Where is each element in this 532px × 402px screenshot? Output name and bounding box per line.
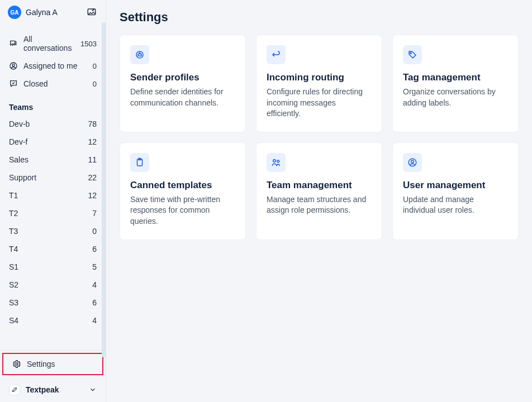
- nav-label: Assigned to me: [23, 61, 87, 70]
- team-item[interactable]: S44: [0, 312, 106, 329]
- user-icon: [403, 153, 422, 172]
- nav-count: 0: [93, 80, 97, 88]
- user-name: Galyna A: [26, 8, 81, 17]
- svg-point-11: [277, 160, 279, 162]
- team-item[interactable]: T30: [0, 222, 106, 240]
- card-title: Team management: [267, 180, 372, 191]
- chevron-down-icon: [89, 386, 97, 394]
- org-switcher[interactable]: Textpeak: [0, 377, 106, 402]
- nav-count: 0: [93, 62, 97, 70]
- svg-point-7: [410, 52, 411, 54]
- team-item[interactable]: T112: [0, 186, 106, 204]
- team-list: Dev-b78 Dev-f12 Sales11 Support22 T112 T…: [0, 115, 106, 329]
- chat-icon: [9, 39, 18, 48]
- card-canned-templates[interactable]: Canned templates Save time with pre-writ…: [120, 142, 246, 240]
- clipboard-icon: [130, 153, 149, 172]
- org-name: Textpeak: [26, 385, 59, 394]
- team-count: 22: [88, 173, 97, 182]
- leaf-icon: [9, 384, 20, 395]
- sidebar-header: GA Galyna A: [0, 0, 106, 25]
- team-name: Sales: [9, 155, 28, 164]
- gear-icon: [12, 360, 21, 368]
- id-badge-icon: [130, 45, 149, 64]
- team-item[interactable]: S15: [0, 258, 106, 276]
- nav-all-conversations[interactable]: All conversations 1503: [0, 30, 106, 57]
- team-name: T2: [9, 209, 18, 218]
- svg-point-2: [12, 64, 15, 66]
- sidebar-bottom: Settings Textpeak: [0, 350, 106, 402]
- page-title: Settings: [120, 10, 519, 25]
- card-user-management[interactable]: User management Update and manage indivi…: [392, 142, 519, 240]
- nav-section: All conversations 1503 Assigned to me 0 …: [0, 25, 106, 96]
- team-count: 6: [92, 298, 97, 307]
- card-title: Incoming routing: [267, 72, 372, 83]
- team-count: 4: [92, 316, 97, 325]
- team-item[interactable]: Support22: [0, 169, 106, 186]
- card-title: Sender profiles: [130, 72, 235, 83]
- team-item[interactable]: Dev-b78: [0, 115, 106, 133]
- team-count: 4: [92, 280, 97, 289]
- team-icon: [267, 153, 286, 172]
- team-name: T3: [9, 227, 18, 236]
- team-name: Support: [9, 173, 36, 182]
- card-desc: Organize conversations by adding labels.: [403, 87, 508, 108]
- card-desc: Configure rules for directing incoming m…: [267, 87, 372, 119]
- avatar[interactable]: GA: [8, 6, 21, 19]
- team-name: S2: [9, 280, 18, 289]
- card-incoming-routing[interactable]: Incoming routing Configure rules for dir…: [256, 35, 382, 132]
- card-title: User management: [403, 180, 508, 191]
- team-name: Dev-f: [9, 137, 27, 146]
- nav-label: Closed: [23, 79, 87, 88]
- team-name: T1: [9, 191, 18, 200]
- settings-label: Settings: [27, 360, 55, 368]
- svg-point-6: [139, 52, 140, 54]
- team-name: S3: [9, 298, 18, 307]
- team-name: S4: [9, 316, 18, 325]
- svg-point-3: [16, 363, 18, 365]
- team-count: 6: [92, 245, 97, 253]
- nav-assigned-to-me[interactable]: Assigned to me 0: [0, 57, 106, 75]
- card-desc: Save time with pre-written responses for…: [130, 194, 235, 227]
- card-tag-management[interactable]: Tag management Organize conversations by…: [392, 35, 519, 132]
- team-name: S1: [9, 262, 18, 271]
- compose-button[interactable]: [86, 6, 98, 18]
- team-item[interactable]: T27: [0, 204, 106, 222]
- team-count: 78: [88, 119, 97, 128]
- team-count: 5: [92, 262, 97, 271]
- team-count: 7: [92, 209, 97, 218]
- check-chat-icon: [9, 79, 18, 88]
- team-item[interactable]: T46: [0, 240, 106, 258]
- svg-point-13: [411, 160, 414, 163]
- card-title: Tag management: [403, 72, 508, 83]
- team-count: 0: [92, 227, 97, 236]
- card-title: Canned templates: [130, 180, 235, 191]
- user-circle-icon: [9, 61, 18, 70]
- compose-icon: [87, 7, 97, 17]
- teams-header: Teams: [0, 96, 106, 115]
- sidebar: GA Galyna A All conversations 1503 Assig…: [0, 0, 106, 402]
- team-name: Dev-b: [9, 119, 30, 128]
- settings-grid: Sender profiles Define sender identities…: [120, 35, 519, 240]
- team-count: 12: [88, 137, 97, 146]
- nav-closed[interactable]: Closed 0: [0, 75, 106, 93]
- team-count: 12: [88, 191, 97, 200]
- team-item[interactable]: S36: [0, 294, 106, 312]
- main-content: Settings Sender profiles Define sender i…: [106, 0, 532, 402]
- nav-label: All conversations: [23, 35, 75, 52]
- team-name: T4: [9, 245, 18, 253]
- card-desc: Define sender identities for communicati…: [130, 87, 235, 108]
- tag-icon: [403, 45, 422, 64]
- return-arrow-icon: [267, 45, 286, 64]
- team-item[interactable]: Sales11: [0, 151, 106, 169]
- svg-rect-5: [138, 54, 141, 56]
- nav-count: 1503: [80, 40, 97, 48]
- card-desc: Update and manage individual user roles.: [403, 194, 508, 216]
- card-team-management[interactable]: Team management Manage team structures a…: [256, 142, 382, 240]
- team-item[interactable]: S24: [0, 276, 106, 294]
- sidebar-scroll[interactable]: All conversations 1503 Assigned to me 0 …: [0, 25, 106, 350]
- team-count: 11: [88, 155, 97, 164]
- settings-button[interactable]: Settings: [2, 353, 103, 375]
- team-item[interactable]: Dev-f12: [0, 133, 106, 151]
- card-sender-profiles[interactable]: Sender profiles Define sender identities…: [120, 35, 246, 132]
- svg-point-10: [273, 160, 276, 162]
